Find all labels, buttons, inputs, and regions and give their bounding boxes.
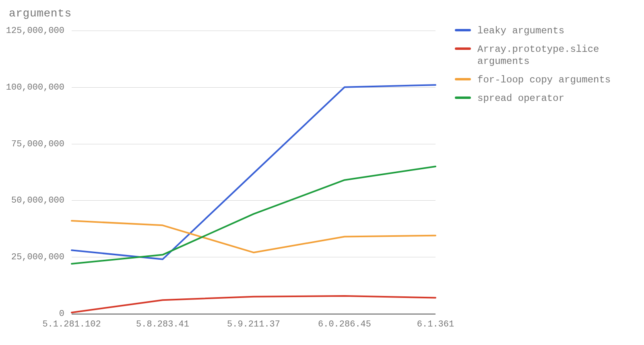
series-line [72,221,436,253]
x-tick-label: 5.1.281.102 [42,319,101,329]
x-tick-label: 6.0.286.45 [318,319,371,329]
legend-item: Array.prototype.slice arguments [455,43,611,68]
legend-label: for-loop copy arguments [477,74,611,86]
series-line [72,166,436,264]
legend-swatch [455,29,471,31]
series-line [72,296,436,312]
legend-label: leaky arguments [477,25,564,37]
x-tick-label: 5.9.211.37 [227,319,280,329]
legend-swatch [455,47,471,50]
legend-label: spread operator [477,92,564,105]
legend-swatch [455,97,471,99]
legend-item: for-loop copy arguments [455,74,611,86]
legend-label: Array.prototype.slice arguments [477,43,599,68]
chart-container: arguments 025,000,00050,000,00075,000,00… [0,0,644,345]
x-tick-label: 5.8.283.41 [136,319,189,329]
legend: leaky argumentsArray.prototype.slice arg… [455,25,611,111]
series-line [72,85,436,259]
legend-item: leaky arguments [455,25,611,37]
x-tick-label: 6.1.361 [417,319,454,329]
legend-item: spread operator [455,92,611,105]
legend-swatch [455,78,471,80]
